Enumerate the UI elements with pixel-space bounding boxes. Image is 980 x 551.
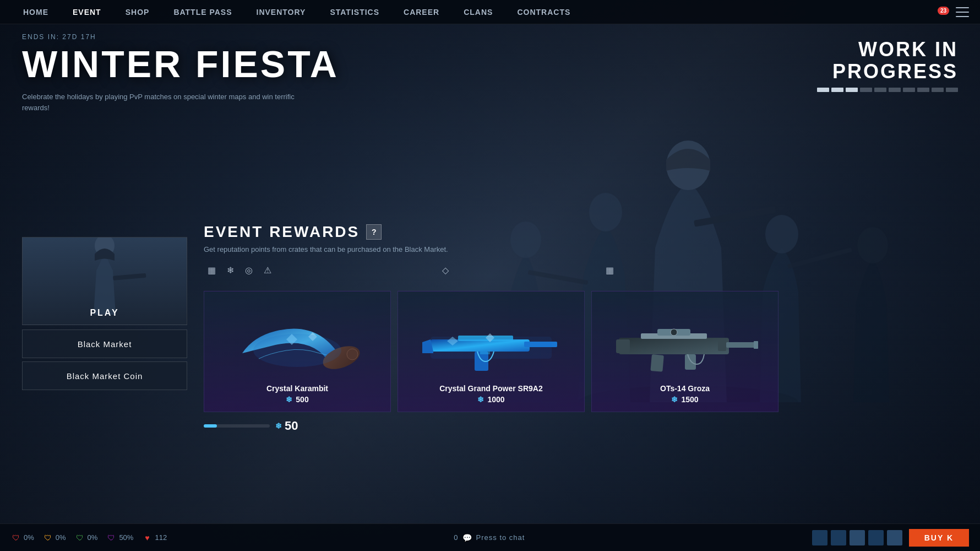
black-market-coin-button[interactable]: Black Market Coin [22,361,187,390]
player-avatar-3 [850,530,865,545]
heart-icon: ♥ [142,533,152,543]
svg-point-13 [253,334,341,367]
help-icon[interactable]: ? [366,224,382,240]
shield-purple-icon: 🛡 [106,533,116,543]
wip-segment-3 [846,88,858,92]
wip-segment-5 [874,88,886,92]
wip-segment-6 [889,88,901,92]
bottom-bar: 🛡 0% 🛡 0% 🛡 0% 🛡 50% ♥ 112 0 💬 Press to … [0,523,980,551]
shield-green-icon: 🛡 [75,533,85,543]
event-description: Celebrate the holidays by playing PvP ma… [22,91,297,113]
nav-item-battle-pass[interactable]: BATTLE PASS [161,0,244,24]
chat-icon: 💬 [462,533,472,542]
reward-cards: Crystal Karambit ❄ 500 [204,291,969,412]
nav-item-contracts[interactable]: CONTRACTS [505,0,582,24]
stat-shield-green: 🛡 0% [75,533,98,543]
wip-segment-10 [946,88,958,92]
wip-segment-2 [831,88,843,92]
notification-badge: 23 [938,7,949,15]
tier-icon-snowflake: ❄ [222,262,238,278]
wip-segment-4 [860,88,872,92]
rewards-title-row: EVENT REWARDS ? [204,223,969,241]
wip-segment-7 [903,88,915,92]
groza-cost: ❄ 1500 [671,395,698,404]
nav-item-clans[interactable]: CLANS [451,0,505,24]
play-label: PLAY [90,308,119,318]
chat-count: 0 [454,533,458,542]
play-card[interactable]: PLAY [22,237,187,325]
wip-title: WORK INPROGRESS [817,39,958,82]
bottom-right: BUY K [812,529,969,547]
player-avatars [812,530,902,545]
black-market-button[interactable]: Black Market [22,329,187,358]
svg-point-28 [671,329,677,336]
rewards-section: EVENT REWARDS ? Get reputation points fr… [204,223,969,433]
progress-points: ❄ 50 [275,419,298,433]
svg-rect-22 [754,341,758,349]
wip-progress-bar [817,88,958,92]
tier-icon-grid-2: ▦ [602,262,617,278]
svg-rect-20 [619,338,729,354]
tier-icons-1: ▦ ❄ ◎ ⚠ [204,262,275,278]
snowflake-progress-icon: ❄ [275,422,282,430]
hamburger-menu[interactable] [956,7,969,17]
stat-shield-yellow: 🛡 0% [43,533,66,543]
tier-icon-warning: ⚠ [260,262,275,278]
player-avatar-4 [868,530,884,545]
wip-segment-1 [817,88,829,92]
nav-item-statistics[interactable]: STATISTICS [318,0,391,24]
nav-item-inventory[interactable]: INVENTORY [244,0,318,24]
nav-right: 23 [938,7,980,17]
reward-card-karambit: Crystal Karambit ❄ 500 [204,291,391,412]
tier-icon-diamond: ◇ [438,262,453,278]
svg-rect-25 [685,354,696,370]
tier-icon-grid: ▦ [204,262,219,278]
event-header: ENDS IN: 27D 17H WINTER FIESTA Celebrate… [22,33,339,113]
tier-icons-2: ◇ [438,262,453,278]
svg-rect-23 [616,339,630,353]
svg-rect-21 [726,342,756,348]
buy-k-button[interactable]: BUY K [909,529,969,547]
svg-rect-29 [718,340,726,351]
progress-bar-container [204,424,270,428]
snowflake-icon-2: ❄ [477,395,484,404]
shield-red-icon: 🛡 [11,533,21,543]
tier-icons-3: ▦ [602,262,617,278]
nav-item-career[interactable]: CAREER [391,0,451,24]
left-panel: PLAY Black Market Black Market Coin [22,237,187,393]
karambit-image [220,309,374,381]
svg-rect-10 [113,273,146,280]
svg-point-12 [347,349,358,360]
press-to-chat-label[interactable]: Press to chat [476,533,525,542]
tier-icon-circle: ◎ [241,262,257,278]
sr9a2-cost: ❄ 1000 [477,395,504,404]
rewards-progress: ❄ 50 [204,419,969,433]
event-title: WINTER FIESTA [22,45,339,83]
snowflake-icon-1: ❄ [286,395,292,404]
svg-rect-24 [650,354,664,372]
wip-section: WORK INPROGRESS [817,39,958,92]
nav-item-event[interactable]: EVENT [61,0,113,24]
player-avatar-2 [831,530,846,545]
karambit-name: Crystal Karambit [266,384,328,393]
stat-shield-red: 🛡 0% [11,533,34,543]
rewards-title-text: EVENT REWARDS [204,223,360,241]
wip-segment-8 [917,88,929,92]
sr9a2-image [414,309,568,381]
nav-item-home[interactable]: HOME [11,0,61,24]
sr9a2-name: Crystal Grand Power SR9A2 [439,384,543,393]
reward-card-sr9a2: Crystal Grand Power SR9A2 ❄ 1000 [398,291,585,412]
chat-section: 0 💬 Press to chat [176,533,803,542]
play-card-soldier [55,237,154,315]
reward-card-groza: OTs-14 Groza ❄ 1500 [591,291,778,412]
groza-image [608,309,762,381]
player-avatar-1 [812,530,827,545]
svg-rect-18 [431,337,552,359]
shield-yellow-icon: 🛡 [43,533,53,543]
player-avatar-5 [887,530,902,545]
wip-segment-9 [932,88,944,92]
rewards-description: Get reputation points from crates that c… [204,245,969,253]
progress-bar-fill [204,424,217,428]
nav-item-shop[interactable]: SHOP [113,0,162,24]
snowflake-icon-3: ❄ [671,395,678,404]
